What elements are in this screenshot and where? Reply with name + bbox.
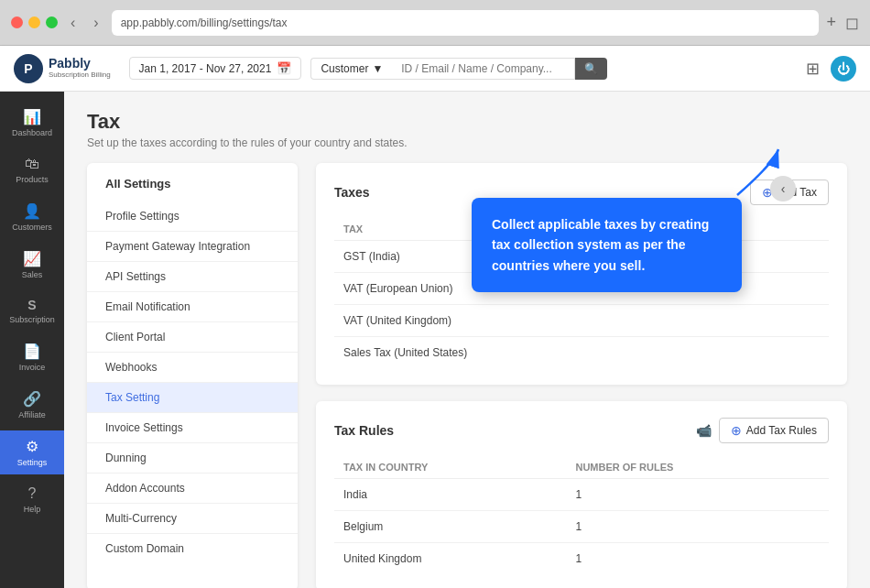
top-bar: P Pabbly Subscription Billing Jan 1, 201… <box>0 46 870 92</box>
settings-nav-invoice[interactable]: Invoice Settings <box>87 413 298 443</box>
table-row: Belgium 1 <box>334 511 829 543</box>
sales-icon: 📈 <box>23 250 41 267</box>
settings-nav-api[interactable]: API Settings <box>87 262 298 292</box>
logo-icon: P <box>14 54 43 83</box>
settings-nav-domain[interactable]: Custom Domain <box>87 534 298 563</box>
sidebar-item-affiliate[interactable]: 🔗 Affiliate <box>0 383 64 427</box>
customer-dropdown[interactable]: Customer ▼ <box>310 58 392 80</box>
table-row: Sales Tax (United States) <box>334 337 829 369</box>
sidebar: 📊 Dashboard 🛍 Products 👤 Customers 📈 Sal… <box>0 92 64 588</box>
url-bar[interactable]: app.pabbly.com/billing/settings/tax <box>112 10 820 36</box>
app-container: P Pabbly Subscription Billing Jan 1, 201… <box>0 46 870 588</box>
sidebar-item-customers[interactable]: 👤 Customers <box>0 195 64 239</box>
affiliate-icon: 🔗 <box>23 390 41 408</box>
help-icon: ? <box>28 485 37 502</box>
settings-content: Taxes ⊕ Add Tax <box>316 163 847 588</box>
tax-country-cell: Belgium <box>334 511 566 543</box>
page-header: Tax Set up the taxes according to the ru… <box>87 110 847 149</box>
settings-nav-portal[interactable]: Client Portal <box>87 322 298 353</box>
customers-icon: 👤 <box>23 202 41 220</box>
tax-country-cell: United Kingdom <box>334 543 566 575</box>
tax-rules-card: Tax Rules 📹 ⊕ Add Tax Rules <box>316 401 847 588</box>
tax-country-header: TAX IN COUNTRY <box>334 456 566 479</box>
minimize-btn[interactable] <box>28 16 40 28</box>
window-icon[interactable]: ◻ <box>845 13 859 33</box>
sidebar-item-help[interactable]: ? Help <box>0 478 64 521</box>
sidebar-item-invoice[interactable]: 📄 Invoice <box>0 335 64 379</box>
browser-actions: + ◻ <box>826 13 859 33</box>
table-row: VAT (United Kingdom) <box>334 305 829 337</box>
content-area: Tax Set up the taxes according to the ru… <box>64 92 870 588</box>
taxes-card: Taxes ⊕ Add Tax <box>316 163 847 385</box>
settings-nav-title: All Settings <box>87 177 298 201</box>
settings-nav-email[interactable]: Email Notification <box>87 292 298 322</box>
table-row: United Kingdom 1 <box>334 543 829 575</box>
settings-icon: ⚙ <box>26 438 38 455</box>
settings-nav-webhooks[interactable]: Webhooks <box>87 353 298 383</box>
close-btn[interactable] <box>11 16 23 28</box>
tax-tooltip: Collect applicable taxes by creating tax… <box>472 198 742 292</box>
main-layout: 📊 Dashboard 🛍 Products 👤 Customers 📈 Sal… <box>0 92 870 588</box>
tax-rules-count-cell: 1 <box>566 479 829 511</box>
video-icon: 📹 <box>696 423 712 438</box>
page-title: Tax <box>87 110 847 134</box>
settings-nav-addon[interactable]: Addon Accounts <box>87 474 298 504</box>
tax-rules-count-cell: 1 <box>566 511 829 543</box>
back-button[interactable]: ‹ <box>65 13 81 33</box>
plus-circle-icon-rules: ⊕ <box>731 423 742 438</box>
new-tab-icon[interactable]: + <box>826 13 836 32</box>
add-tax-rules-button[interactable]: ⊕ Add Tax Rules <box>719 418 829 443</box>
logo-main-text: Pabbly <box>49 57 111 71</box>
tax-name-cell: VAT (United Kingdom) <box>334 305 829 337</box>
sidebar-item-sales[interactable]: 📈 Sales <box>0 243 64 287</box>
products-icon: 🛍 <box>25 156 39 172</box>
settings-layout: All Settings Profile Settings Payment Ga… <box>87 163 847 588</box>
tax-name-cell: Sales Tax (United States) <box>334 337 829 369</box>
search-button[interactable]: 🔍 <box>575 58 607 80</box>
browser-chrome: ‹ › app.pabbly.com/billing/settings/tax … <box>0 0 870 46</box>
tax-rules-count-cell: 1 <box>566 543 829 575</box>
traffic-lights <box>11 16 58 28</box>
sidebar-item-settings[interactable]: ⚙ Settings <box>0 430 64 474</box>
date-range-text: Jan 1, 2017 - Nov 27, 2021 <box>139 62 272 75</box>
chevron-down-icon: ▼ <box>372 62 383 75</box>
tax-rules-card-header: Tax Rules 📹 ⊕ Add Tax Rules <box>334 418 829 443</box>
subscription-icon: S <box>27 298 36 312</box>
tax-rules-table: TAX IN COUNTRY NUMBER OF RULES India 1 <box>334 456 829 574</box>
settings-nav-gateway[interactable]: Payment Gateway Integration <box>87 232 298 262</box>
tax-country-cell: India <box>334 479 566 511</box>
taxes-card-title: Taxes <box>334 185 370 200</box>
logo-text: Pabbly Subscription Billing <box>49 57 111 79</box>
customer-label: Customer <box>321 62 368 75</box>
settings-nav-dunning[interactable]: Dunning <box>87 443 298 474</box>
settings-nav-tax[interactable]: Tax Setting <box>87 383 298 413</box>
arrow-pointer <box>728 145 792 200</box>
top-bar-right: ⊞ ⏻ <box>806 56 856 82</box>
grid-icon[interactable]: ⊞ <box>806 59 820 79</box>
dashboard-icon: 📊 <box>23 108 41 125</box>
logo-sub-text: Subscription Billing <box>49 71 111 80</box>
maximize-btn[interactable] <box>46 16 58 28</box>
power-button[interactable]: ⏻ <box>831 56 856 82</box>
search-input[interactable] <box>392 58 575 80</box>
date-range-picker[interactable]: Jan 1, 2017 - Nov 27, 2021 📅 <box>129 57 302 80</box>
settings-nav-currency[interactable]: Multi-Currency <box>87 504 298 534</box>
settings-nav-profile[interactable]: Profile Settings <box>87 201 298 232</box>
logo-area: P Pabbly Subscription Billing <box>14 54 111 83</box>
sidebar-item-subscription[interactable]: S Subscription <box>0 290 64 332</box>
table-row: India 1 <box>334 479 829 511</box>
calendar-icon: 📅 <box>277 61 291 75</box>
tax-rules-title: Tax Rules <box>334 423 394 438</box>
forward-button[interactable]: › <box>88 13 103 33</box>
sidebar-item-dashboard[interactable]: 📊 Dashboard <box>0 101 64 145</box>
sidebar-item-products[interactable]: 🛍 Products <box>0 148 64 191</box>
tax-rules-count-header: NUMBER OF RULES <box>566 456 829 479</box>
invoice-icon: 📄 <box>23 343 41 360</box>
settings-nav: All Settings Profile Settings Payment Ga… <box>87 163 298 588</box>
